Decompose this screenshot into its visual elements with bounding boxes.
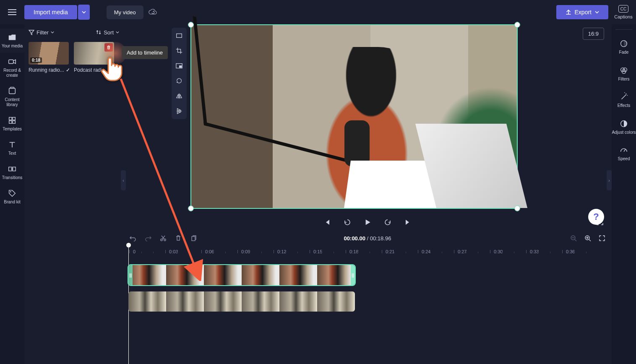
sidebar-item-templates[interactable]: Templates [0, 112, 24, 136]
track-row[interactable] [128, 291, 607, 315]
filters-icon [619, 66, 628, 75]
timeline-time: 00:00.00 / 00:18.96 [344, 235, 391, 242]
sidebar-item-record-create[interactable]: Record & create [0, 53, 24, 82]
ruler-tick: 0:21 [382, 249, 394, 254]
ruler-tick: 0:12 [274, 249, 286, 254]
rotate-tool[interactable] [175, 76, 184, 86]
ruler-tick: 0:24 [418, 249, 430, 254]
zoom-in-button[interactable] [584, 234, 592, 242]
rewind-button[interactable] [343, 218, 352, 227]
play-button[interactable] [363, 218, 372, 227]
sidebar-item-adjust-colors[interactable]: Adjust colors [612, 114, 636, 141]
sidebar-item-content-library[interactable]: Content library [0, 82, 24, 112]
export-label: Export [575, 9, 592, 16]
pip-tool[interactable] [175, 61, 184, 70]
skip-forward-button[interactable] [403, 218, 412, 227]
svg-rect-5 [9, 121, 12, 123]
svg-rect-20 [192, 237, 195, 241]
svg-rect-2 [10, 87, 14, 88]
split-button[interactable] [159, 234, 167, 242]
svg-rect-1 [9, 88, 16, 94]
media-panel-controls: Filter Sort [29, 24, 119, 40]
ruler-tick: 0:09 [237, 249, 250, 254]
preview-canvas[interactable] [190, 24, 518, 209]
svg-rect-4 [13, 117, 15, 120]
zoom-fit-button[interactable] [598, 234, 606, 242]
timeline-tracks: || || [123, 257, 612, 319]
collapse-right-panel[interactable]: › [607, 170, 612, 190]
sidebar-item-brand-kit[interactable]: Brand kit [0, 185, 24, 209]
filter-icon [29, 29, 34, 35]
svg-rect-0 [9, 60, 13, 63]
cc-icon: CC [618, 5, 628, 13]
import-media-button[interactable]: Import media [24, 5, 77, 19]
wand-icon [619, 92, 628, 101]
timeline: 00:00.00 / 00:18.96 00:030:060:090:120:1… [123, 230, 612, 364]
project-title[interactable]: My video [107, 5, 143, 19]
annotation-cursor-icon [99, 53, 126, 83]
media-item[interactable]: 0:18 Running radio... ✓ [29, 42, 69, 73]
sidebar-item-effects[interactable]: Effects [612, 87, 636, 114]
sidebar-item-your-media[interactable]: Your media [0, 29, 24, 53]
filter-button[interactable]: Filter [29, 29, 54, 36]
add-to-timeline-tooltip: Add to timeline [122, 46, 168, 59]
sort-button[interactable]: Sort [96, 29, 119, 36]
aspect-ratio-button[interactable]: 16:9 [583, 28, 604, 40]
video-clip[interactable] [128, 291, 355, 312]
sidebar-item-filters[interactable]: Filters [612, 61, 636, 88]
sidebar-item-text[interactable]: Text [0, 136, 24, 160]
media-duration: 0:18 [30, 57, 42, 63]
ruler-tick: 0:36 [562, 249, 575, 254]
clip-trim-right[interactable]: || [351, 265, 355, 285]
help-button[interactable]: ? [588, 209, 604, 225]
check-icon: ✓ [66, 67, 70, 73]
topbar: Import media My video Export CC Captions [0, 0, 636, 24]
delete-button[interactable] [175, 234, 182, 242]
export-button[interactable]: Export [556, 5, 608, 19]
preview-area: 16:9 [123, 24, 612, 230]
flip-horizontal-tool[interactable] [175, 91, 184, 101]
flip-vertical-tool[interactable] [175, 107, 184, 116]
collapse-left-panel[interactable]: ‹ [121, 170, 126, 190]
clip-trim-left[interactable]: || [128, 265, 133, 285]
menu-button[interactable] [4, 4, 20, 20]
media-thumbnail: 0:18 [29, 42, 69, 65]
captions-button[interactable]: CC Captions [615, 1, 632, 23]
forward-button[interactable] [383, 218, 392, 227]
skip-back-button[interactable] [323, 218, 332, 227]
resize-handle-tr[interactable] [515, 22, 520, 27]
ruler-tick: 0:18 [346, 249, 358, 254]
transitions-icon [8, 164, 17, 174]
preview-controls [123, 214, 612, 231]
ruler-tick: 0:15 [310, 249, 322, 254]
svg-rect-3 [9, 117, 12, 120]
timeline-ruler[interactable]: 00:030:060:090:120:150:180:210:240:270:3… [123, 247, 612, 257]
speedometer-icon [619, 146, 628, 155]
ruler-tick: 0 [129, 249, 136, 254]
duplicate-button[interactable] [190, 234, 197, 242]
redo-button[interactable] [144, 234, 152, 242]
video-clip[interactable]: || || [128, 265, 355, 285]
sidebar-item-speed[interactable]: Speed [612, 140, 636, 167]
folder-icon [8, 33, 17, 42]
contrast-icon [619, 119, 628, 128]
total-duration: 00:18.96 [370, 235, 391, 242]
sidebar-item-fade[interactable]: Fade [612, 34, 636, 61]
crop-tool[interactable] [175, 46, 184, 55]
captions-label: Captions [614, 14, 632, 19]
chevron-down-icon [595, 10, 599, 14]
cloud-sync-icon[interactable] [149, 8, 157, 16]
timeline-zoom [570, 234, 606, 242]
fit-tool[interactable] [175, 31, 184, 40]
resize-handle-tl[interactable] [188, 22, 193, 27]
svg-point-9 [10, 191, 11, 192]
resize-handle-br[interactable] [515, 206, 520, 211]
ruler-tick: 0:30 [490, 249, 503, 254]
undo-button[interactable] [129, 234, 137, 242]
sidebar-item-transitions[interactable]: Transitions [0, 160, 24, 185]
ruler-tick: 0:27 [454, 249, 467, 254]
track-row[interactable]: || || [128, 265, 607, 288]
resize-handle-bl[interactable] [188, 206, 193, 211]
zoom-out-button[interactable] [570, 234, 577, 242]
import-media-caret[interactable] [78, 5, 90, 20]
